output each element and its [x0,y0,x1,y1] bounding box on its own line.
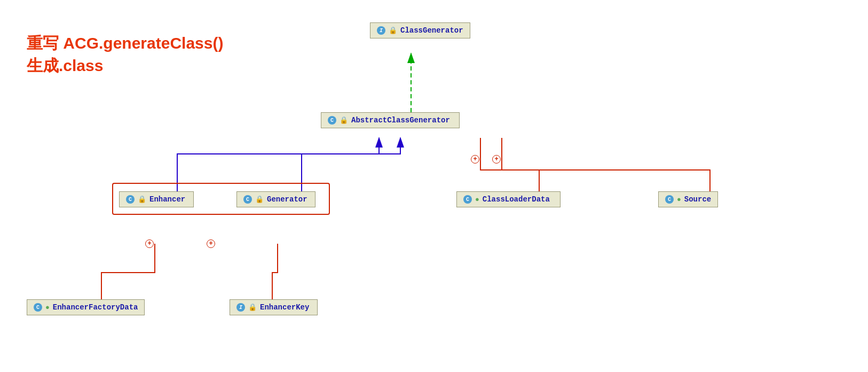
icon-C-enhancerfactorydata: C [34,303,42,312]
plus-badge-generator: + [207,239,215,248]
label-generator: Generator [267,195,307,204]
icon-lock-enhancer: 🔒 [138,195,146,204]
icon-dot-classloaderdata: ● [475,196,479,204]
icon-lock-abstractcg: 🔒 [340,116,348,125]
icon-dot-enhancerfactorydata: ● [45,304,50,312]
plus-badge-classloaderdata: + [471,155,479,164]
label-enhancer-key: EnhancerKey [260,303,309,312]
icon-lock-classgen: 🔒 [389,26,397,35]
icon-C-generator: C [243,195,252,204]
label-class-loader-data: ClassLoaderData [483,195,550,204]
label-enhancer-factory-data: EnhancerFactoryData [53,303,138,312]
label-enhancer: Enhancer [149,195,185,204]
plus-badge-source: + [492,155,501,164]
icon-C-abstractcg: C [328,116,336,125]
node-enhancer: C 🔒 Enhancer [119,191,194,207]
label-source: Source [684,195,711,204]
icon-I-classgen: I [377,26,385,35]
label-abstract-class-generator: AbstractClassGenerator [351,116,450,125]
node-enhancer-factory-data: C ● EnhancerFactoryData [27,299,145,315]
icon-C-classloaderdata: C [463,195,472,204]
node-enhancer-key: I 🔒 EnhancerKey [230,299,318,315]
title-line1: 重写 ACG.generateClass() [27,32,223,55]
icon-lock-enhancerkey: 🔒 [248,303,257,312]
node-class-loader-data: C ● ClassLoaderData [456,191,561,207]
title-text: 重写 ACG.generateClass() 生成.class [27,32,223,77]
label-class-generator: ClassGenerator [400,26,463,35]
icon-C-source: C [665,195,674,204]
plus-badge-enhancer: + [145,239,154,248]
icon-dot-source: ● [677,196,681,204]
node-generator: C 🔒 Generator [236,191,315,207]
node-abstract-class-generator: C 🔒 AbstractClassGenerator [321,112,460,128]
node-source: C ● Source [658,191,718,207]
icon-I-enhancerkey: I [236,303,245,312]
icon-lock-generator: 🔒 [255,195,264,204]
icon-C-enhancer: C [126,195,135,204]
title-line2: 生成.class [27,55,223,77]
diagram-container: 重写 ACG.generateClass() 生成.class + + [0,0,868,372]
node-class-generator: I 🔒 ClassGenerator [370,22,470,38]
